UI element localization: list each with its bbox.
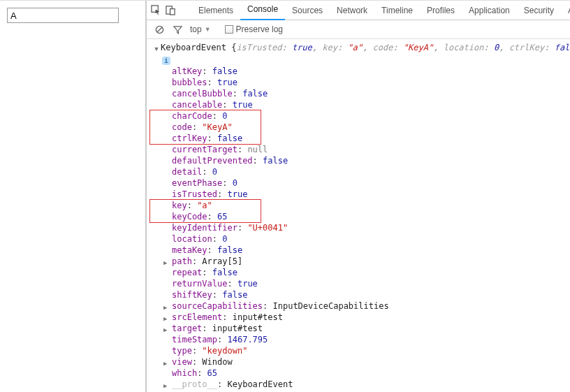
tab-security[interactable]: Security: [517, 1, 561, 20]
property-row[interactable]: ▶sourceCapabilities: InputDeviceCapabili…: [172, 300, 570, 312]
tab-elements[interactable]: Elements: [191, 1, 240, 20]
property-key: currentTarget: [172, 145, 238, 154]
property-key: code: [172, 122, 192, 132]
property-key: keyCode: [172, 212, 207, 222]
property-row: isTrusted: true: [172, 189, 570, 200]
disclosure-triangle-icon[interactable]: ▶: [163, 324, 167, 335]
disclosure-triangle-icon[interactable]: ▶: [163, 257, 167, 268]
property-value: false: [217, 133, 242, 143]
svg-rect-2: [170, 9, 175, 15]
object-summary: isTrusted: true, key: "a", code: "KeyA",…: [236, 43, 570, 52]
property-key: __proto__: [172, 379, 217, 389]
tab-sources[interactable]: Sources: [285, 1, 330, 20]
property-key: returnValue: [172, 279, 227, 289]
property-key: altKey: [172, 66, 202, 76]
property-key: timeStamp: [172, 335, 217, 344]
tab-application[interactable]: Application: [462, 1, 517, 20]
property-value: input#test: [212, 324, 263, 333]
property-value: 0: [222, 234, 227, 244]
property-value: false: [212, 66, 238, 76]
svg-line-4: [156, 27, 161, 31]
property-key: cancelable: [172, 100, 222, 110]
property-row: which: 65: [172, 368, 570, 379]
tab-timeline[interactable]: Timeline: [374, 1, 420, 20]
property-key: bubbles: [172, 78, 207, 87]
property-value: true: [233, 100, 253, 110]
property-value: InputDeviceCapabilities: [273, 301, 389, 311]
page-pane: [0, 1, 145, 392]
property-key: eventPhase: [172, 178, 222, 188]
property-value: true: [217, 78, 238, 87]
property-key: keyIdentifier: [172, 223, 238, 233]
property-value: "a": [197, 201, 212, 210]
preserve-log-option[interactable]: Preserve log: [225, 24, 283, 34]
property-value: 0: [233, 178, 238, 188]
property-key: key: [172, 201, 187, 210]
toggle-device-icon[interactable]: [166, 4, 176, 17]
disclosure-triangle-icon[interactable]: ▶: [163, 302, 167, 313]
property-key: shiftKey: [172, 290, 212, 300]
page-text-input[interactable]: [7, 8, 119, 23]
tab-profiles[interactable]: Profiles: [420, 1, 462, 20]
property-value: Window: [202, 357, 232, 367]
object-class-name: KeyboardEvent: [161, 43, 226, 52]
tab-audits[interactable]: Audits: [561, 1, 570, 20]
property-value: "KeyA": [202, 122, 232, 132]
property-row: altKey: false: [172, 66, 570, 77]
property-row: shiftKey: false: [172, 289, 570, 300]
property-value: false: [212, 268, 238, 277]
property-key: defaultPrevented: [172, 156, 253, 166]
preserve-log-checkbox[interactable]: [225, 25, 233, 34]
property-value: true: [238, 279, 258, 289]
devtools-panel: Elements Console Sources Network Timelin…: [145, 1, 570, 392]
property-row: detail: 0: [172, 166, 570, 177]
property-key: charCode: [172, 111, 212, 121]
property-row[interactable]: ▶srcElement: input#test: [172, 312, 570, 323]
property-value: false: [242, 89, 268, 99]
execution-context-selector[interactable]: top ▼: [190, 24, 211, 34]
property-row: returnValue: true: [172, 278, 570, 289]
disclosure-triangle-icon[interactable]: ▼: [152, 42, 161, 55]
property-row: charCode: 0: [172, 110, 570, 122]
devtools-tabstrip: Elements Console Sources Network Timelin…: [147, 1, 570, 20]
property-row: key: "a": [172, 200, 570, 211]
property-row[interactable]: ▶view: Window: [172, 356, 570, 368]
disclosure-triangle-icon[interactable]: ▶: [163, 380, 167, 391]
property-value: 0: [222, 111, 227, 121]
clear-console-icon[interactable]: [154, 24, 165, 35]
console-object-header[interactable]: ▼ KeyboardEvent {isTrusted: true, key: "…: [152, 42, 570, 55]
property-row: ctrlKey: false: [172, 133, 570, 144]
inspect-element-icon[interactable]: [151, 4, 161, 17]
tab-console[interactable]: Console: [240, 1, 285, 20]
property-key: metaKey: [172, 245, 207, 255]
disclosure-triangle-icon[interactable]: ▶: [163, 358, 167, 369]
disclosure-triangle-icon[interactable]: ▶: [163, 313, 167, 324]
property-value: false: [222, 290, 247, 300]
property-row: cancelBubble: false: [172, 88, 570, 99]
object-properties: altKey: falsebubbles: truecancelBubble: …: [152, 66, 570, 390]
property-value: input#test: [233, 312, 283, 322]
property-key: ctrlKey: [172, 133, 207, 143]
property-key: repeat: [172, 268, 202, 277]
property-key: view: [172, 357, 192, 367]
chevron-down-icon: ▼: [205, 26, 211, 33]
info-icon[interactable]: i: [162, 57, 170, 65]
property-value: KeyboardEvent: [227, 379, 293, 389]
tab-network[interactable]: Network: [330, 1, 374, 20]
property-row: bubbles: true: [172, 77, 570, 88]
property-key: type: [172, 346, 192, 356]
property-value: false: [217, 245, 242, 255]
property-row[interactable]: ▶target: input#test: [172, 323, 570, 334]
property-value: 65: [217, 212, 227, 222]
property-row: keyCode: 65: [172, 211, 570, 222]
property-value: 1467.795: [227, 335, 268, 344]
console-output[interactable]: ▼ KeyboardEvent {isTrusted: true, key: "…: [147, 39, 570, 392]
property-row[interactable]: ▶__proto__: KeyboardEvent: [172, 379, 570, 390]
filter-icon[interactable]: [172, 24, 183, 35]
property-value: false: [263, 156, 288, 166]
property-row: keyIdentifier: "U+0041": [172, 222, 570, 233]
property-row: metaKey: false: [172, 245, 570, 256]
property-value: "U+0041": [247, 223, 288, 233]
property-row[interactable]: ▶path: Array[5]: [172, 256, 570, 267]
property-row: cancelable: true: [172, 99, 570, 110]
